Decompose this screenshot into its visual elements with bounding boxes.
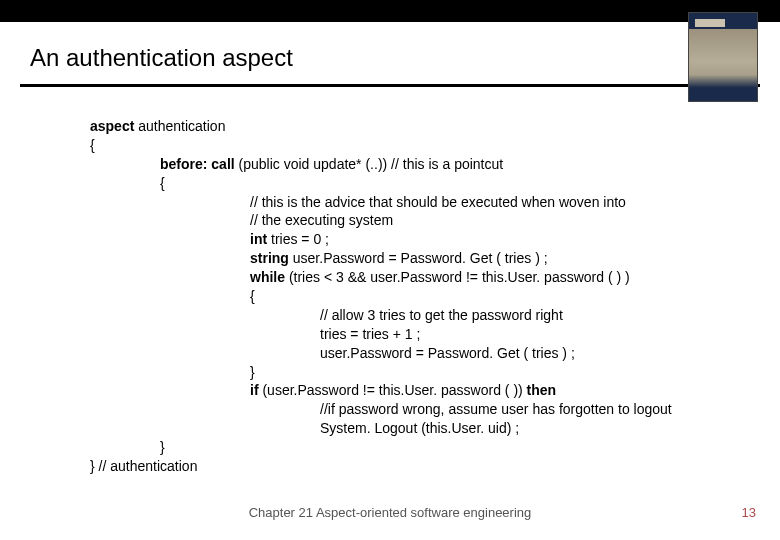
code-line: { — [90, 287, 780, 306]
code-line: } — [90, 363, 780, 382]
slide-title: An authentication aspect — [0, 22, 780, 84]
code-line: // this is the advice that should be exe… — [90, 193, 780, 212]
code-line: { — [90, 174, 780, 193]
code-line: while (tries < 3 && user.Password != thi… — [90, 268, 780, 287]
top-black-bar — [0, 0, 780, 22]
footer: Chapter 21 Aspect-oriented software engi… — [0, 505, 780, 520]
code-line: string user.Password = Password. Get ( t… — [90, 249, 780, 268]
code-line: } // authentication — [90, 457, 780, 476]
code-content: aspect authentication { before: call (pu… — [0, 87, 780, 476]
code-line: user.Password = Password. Get ( tries ) … — [90, 344, 780, 363]
book-cover-image — [688, 12, 758, 102]
code-line: // the executing system — [90, 211, 780, 230]
code-line: if (user.Password != this.User. password… — [90, 381, 780, 400]
page-number: 13 — [742, 505, 756, 520]
code-line: } — [90, 438, 780, 457]
code-line: int tries = 0 ; — [90, 230, 780, 249]
code-line: System. Logout (this.User. uid) ; — [90, 419, 780, 438]
code-line: //if password wrong, assume user has for… — [90, 400, 780, 419]
code-line: { — [90, 136, 780, 155]
code-line: before: call (public void update* (..)) … — [90, 155, 780, 174]
code-line: // allow 3 tries to get the password rig… — [90, 306, 780, 325]
code-line: aspect authentication — [90, 117, 780, 136]
code-line: tries = tries + 1 ; — [90, 325, 780, 344]
footer-text: Chapter 21 Aspect-oriented software engi… — [0, 505, 780, 520]
